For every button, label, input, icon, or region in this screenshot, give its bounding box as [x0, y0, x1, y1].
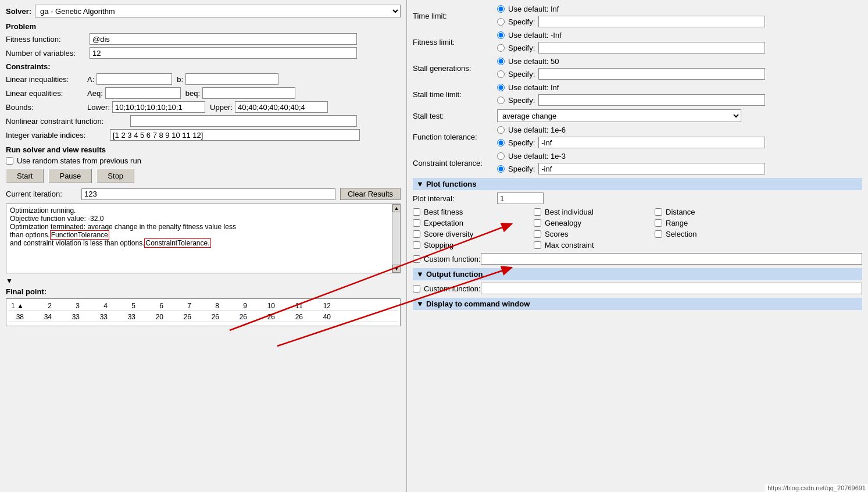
cb-best-individual-checkbox[interactable] [534, 208, 541, 216]
scrollbar-right[interactable]: ▲ ▼ [392, 204, 400, 273]
cb-selection: Selection [655, 230, 771, 238]
plot-custom-function-checkbox[interactable] [413, 255, 420, 263]
plot-custom-function-input[interactable] [481, 253, 862, 265]
nonlinear-input[interactable] [130, 115, 357, 127]
time-limit-specify-row: Specify: [497, 16, 765, 27]
random-states-checkbox[interactable] [6, 157, 13, 165]
stall-gen-default-radio[interactable] [497, 58, 505, 65]
fp-header-9: 9 [222, 301, 249, 311]
nonlinear-label: Nonlinear constraint function: [6, 117, 128, 126]
output-custom-function-checkbox[interactable] [413, 285, 420, 293]
linear-aeq-input[interactable] [105, 87, 181, 99]
func-tol-specify-radio[interactable] [497, 139, 505, 147]
constraint-tolerance-highlight: ConstraintTolerance. [144, 238, 210, 248]
cb-max-constraint-label: Max constraint [545, 241, 594, 249]
fitness-limit-specify-input[interactable] [538, 42, 765, 54]
con-tol-specify-input[interactable] [538, 163, 765, 174]
fitness-limit-label: Fitness limit: [413, 38, 497, 47]
stall-gen-specify-input[interactable] [538, 68, 765, 80]
func-tol-default-radio[interactable] [497, 126, 505, 134]
con-tol-default-radio[interactable] [497, 152, 505, 160]
func-tol-specify-row: Specify: [497, 137, 765, 148]
cb-selection-checkbox[interactable] [655, 230, 662, 238]
fitness-function-label: Fitness function: [6, 35, 87, 44]
cb-expectation-label: Expectation [424, 219, 463, 227]
stall-generations-row: Stall generations: Use default: 50 Speci… [413, 57, 862, 80]
time-limit-default-radio[interactable] [497, 5, 505, 13]
cb-genealogy-checkbox[interactable] [534, 219, 541, 227]
buttons-row: Start Pause Stop [6, 169, 401, 183]
time-limit-specify-radio[interactable] [497, 18, 505, 26]
iteration-label: Current iteration: [6, 190, 81, 198]
plot-interval-input[interactable] [497, 192, 544, 204]
stall-gen-specify-radio[interactable] [497, 70, 505, 78]
stall-gen-default-label: Use default: 50 [508, 57, 559, 66]
scroll-thumb[interactable] [392, 212, 400, 265]
fp-header-4: 4 [82, 301, 110, 311]
stall-gen-default-row: Use default: 50 [497, 57, 765, 66]
stop-button[interactable]: Stop [97, 169, 134, 183]
stall-test-select[interactable]: average change geometric weighted averag… [497, 109, 741, 122]
output-custom-function-input[interactable] [481, 283, 862, 294]
scroll-up-arrow[interactable]: ▲ [392, 204, 401, 212]
fp-val-11: 26 [277, 312, 305, 322]
aeq-label: Aeq: [87, 89, 103, 98]
cb-distance-checkbox[interactable] [655, 208, 662, 216]
linear-a-input[interactable] [97, 73, 172, 85]
solver-select[interactable]: ga - Genetic Algorithm [35, 5, 401, 17]
pause-button[interactable]: Pause [48, 169, 92, 183]
fp-header-3: 3 [54, 301, 82, 311]
lower-bounds-input[interactable] [112, 101, 205, 113]
a-label: A: [87, 75, 94, 84]
cb-max-constraint-checkbox[interactable] [534, 241, 541, 249]
time-limit-label: Time limit: [413, 12, 497, 20]
fitness-function-input[interactable] [90, 33, 357, 45]
output-custom-function-label: Custom function: [424, 284, 481, 293]
fp-header-12: 12 [305, 301, 333, 311]
output-line1: Optimization running. [10, 206, 387, 215]
con-tol-specify-radio[interactable] [497, 165, 505, 173]
output-function-section-header[interactable]: ▼ Output function [413, 268, 862, 280]
display-section-header[interactable]: ▼ Display to command window [413, 298, 862, 310]
cb-stopping-checkbox[interactable] [413, 241, 420, 249]
upper-bounds-input[interactable] [235, 101, 328, 113]
plot-custom-function-row: Custom function: [413, 253, 862, 265]
nonlinear-row: Nonlinear constraint function: [6, 115, 401, 127]
fp-val-10: 26 [249, 312, 277, 322]
stall-time-specify-radio[interactable] [497, 97, 505, 104]
plot-functions-section-header[interactable]: ▼ Plot functions [413, 178, 862, 190]
func-tol-specify-input[interactable] [538, 137, 765, 148]
linear-b-input[interactable] [185, 73, 278, 85]
watermark: https://blog.csdn.net/qq_20769691 [765, 484, 868, 492]
cb-scores-checkbox[interactable] [534, 230, 541, 238]
fitness-limit-radio-group: Use default: -Inf Specify: [497, 31, 765, 54]
time-limit-radio-group: Use default: Inf Specify: [497, 5, 765, 27]
scroll-down-arrow[interactable]: ▼ [392, 265, 401, 273]
fitness-limit-default-row: Use default: -Inf [497, 31, 765, 40]
fitness-limit-default-radio[interactable] [497, 31, 505, 39]
final-point-title: Final point: [6, 287, 401, 296]
cb-range-checkbox[interactable] [655, 219, 662, 227]
linear-beq-input[interactable] [202, 87, 295, 99]
fitness-limit-specify-radio[interactable] [497, 44, 505, 52]
solver-row: Solver: ga - Genetic Algorithm [6, 5, 401, 17]
num-variables-input[interactable] [90, 47, 357, 59]
fp-row-indicator: 1 ▲ [9, 301, 26, 311]
cb-best-fitness-checkbox[interactable] [413, 208, 420, 216]
scroll-indicator: ▼ [6, 277, 401, 285]
time-limit-specify-input[interactable] [538, 16, 765, 27]
stall-time-default-radio[interactable] [497, 84, 505, 91]
random-states-row: Use random states from previous run [6, 156, 401, 165]
iteration-input[interactable] [81, 188, 335, 200]
clear-results-button[interactable]: Clear Results [340, 188, 401, 200]
cb-stopping: Stopping [413, 241, 529, 249]
output-text: Optimization running. Objective function… [10, 206, 397, 247]
cb-score-diversity-checkbox[interactable] [413, 230, 420, 238]
display-collapse-icon: ▼ [416, 300, 424, 308]
cb-expectation-checkbox[interactable] [413, 219, 420, 227]
stall-time-specify-input[interactable] [538, 94, 765, 106]
start-button[interactable]: Start [6, 169, 44, 183]
func-tol-specify-label: Specify: [508, 138, 535, 147]
integer-indices-input[interactable] [110, 129, 360, 141]
linear-inequalities-row: Linear inequalities: A: b: [6, 73, 401, 85]
